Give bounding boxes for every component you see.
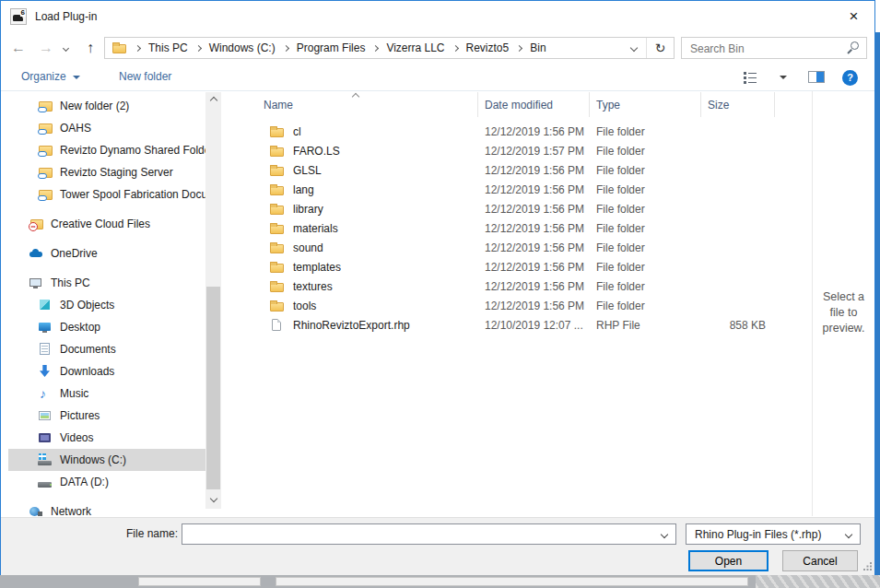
organize-button[interactable]: Organize [21,65,80,89]
folder-icon [269,124,285,139]
cloud-folder-icon [38,99,53,113]
sidebar-item[interactable]: Windows (C:) [8,449,213,471]
sidebar-item[interactable]: Downloads [8,360,213,382]
search-input[interactable] [682,38,849,60]
file-row[interactable]: materials 12/12/2019 1:56 PM File folder [229,218,812,238]
sidebar-item[interactable]: 3D Objects [8,294,213,316]
file-type: File folder [590,145,701,158]
file-date: 12/12/2019 1:56 PM [478,222,590,235]
sidebar-item-label: Revizto Staging Server [60,166,173,179]
sidebar-item-label: New folder (2) [60,100,129,112]
new-folder-button[interactable]: New folder [119,65,171,89]
title-bar[interactable]: Load Plug-in × [1,1,874,31]
breadcrumb-item[interactable]: Program Files [276,41,366,54]
file-row[interactable]: library 12/12/2019 1:56 PM File folder [229,199,812,218]
close-button[interactable]: × [833,1,874,31]
file-row[interactable]: sound 12/12/2019 1:56 PM File folder [229,238,812,257]
scroll-down-icon[interactable] [210,495,217,502]
sidebar-item[interactable]: Desktop [8,316,213,338]
filter-dropdown-icon [845,530,852,537]
breadcrumb-item[interactable]: Revizto5 [445,41,510,54]
column-header[interactable]: Date modified [478,92,590,117]
breadcrumb-item[interactable]: Vizerra LLC [365,41,444,54]
up-button[interactable]: ↑ [80,35,100,61]
forward-button[interactable]: → [36,35,56,61]
sidebar-item-label: Videos [60,431,93,444]
folder-icon [111,41,127,55]
file-row[interactable]: templates 12/12/2019 1:56 PM File folder [229,257,812,276]
address-bar[interactable]: This PC Windows (C:) Program Files Vizer… [104,37,675,59]
sidebar-item-label: Documents [60,343,116,356]
folder-icon [269,260,285,275]
folder-icon [269,279,285,294]
folder-icon [269,299,285,313]
sidebar-item[interactable]: New folder (2) [8,95,213,117]
breadcrumb-separator-icon [516,44,522,51]
column-header[interactable]: Type [590,92,701,117]
file-name-input[interactable] [182,524,662,544]
file-type: RHP File [590,319,701,332]
sidebar-item-label: DATA (D:) [60,476,109,488]
sidebar-scrollbar[interactable] [205,92,221,509]
sidebar-item[interactable]: DATA (D:) [8,471,213,493]
file-row[interactable]: GLSL 12/12/2019 1:56 PM File folder [229,160,812,180]
file-name-dropdown-icon[interactable] [661,530,668,537]
cancel-button[interactable]: Cancel [782,550,858,571]
objects-3d-icon [38,298,53,312]
resize-grip[interactable] [863,562,873,571]
background-window-edge [875,32,880,575]
column-header[interactable]: Size [701,92,775,117]
sidebar-item[interactable]: OneDrive [8,242,213,265]
file-date: 12/12/2019 1:56 PM [478,125,590,138]
file-row[interactable]: lang 12/12/2019 1:56 PM File folder [229,180,812,199]
sidebar-item[interactable]: OAHS [8,117,213,139]
desktop-icon [38,320,53,335]
cloud-folder-icon [38,143,53,158]
file-row[interactable]: cl 12/12/2019 1:56 PM File folder [229,122,812,141]
breadcrumb: This PC Windows (C:) Program Files Vizer… [127,41,631,54]
sidebar-item[interactable]: Creative Cloud Files [8,213,213,235]
folder-icon [269,182,285,197]
file-row[interactable]: tools 12/12/2019 1:56 PM File folder [229,296,812,315]
network-icon [29,504,44,516]
drive-windows-icon [38,453,53,467]
scrollbar-thumb[interactable] [206,287,220,489]
sidebar-item[interactable]: Revizto Staging Server [8,161,213,183]
file-row[interactable]: textures 12/12/2019 1:56 PM File folder [229,276,812,296]
preview-pane-button[interactable] [808,71,825,83]
sidebar-item[interactable]: Network [8,500,213,516]
history-dropdown-icon[interactable] [63,45,69,52]
dialog-body: New folder (2) OAHS Revizto Dynamo Share… [1,91,874,517]
sidebar-item[interactable]: Revizto Dynamo Shared Folder [8,139,213,161]
file-type: File folder [590,241,701,254]
file-date: 12/12/2019 1:56 PM [478,261,590,274]
search-box [681,37,867,59]
view-dropdown-icon[interactable] [780,76,787,79]
breadcrumb-item[interactable]: Bin [509,41,546,54]
help-button[interactable]: ? [842,70,858,86]
sidebar-item[interactable]: This PC [8,272,213,294]
rhino-app-icon [10,8,27,25]
breadcrumb-item[interactable]: This PC [127,41,188,54]
sidebar-item[interactable]: Documents [8,338,213,360]
preview-pane: Select a file to preview. [813,91,874,516]
file-row[interactable]: FARO.LS 12/12/2019 1:57 PM File folder [229,141,812,160]
refresh-button[interactable]: ↻ [646,38,674,58]
breadcrumb-separator-icon [195,44,202,51]
file-type: File folder [590,203,701,216]
search-icon[interactable] [847,41,859,54]
sidebar-item-label: Downloads [60,365,114,378]
sidebar-item[interactable]: Music [8,382,213,405]
file-type-filter[interactable]: Rhino Plug-in Files (*.rhp) [686,523,861,545]
sidebar-item[interactable]: Pictures [8,405,213,427]
back-button[interactable]: ← [8,35,29,61]
breadcrumb-item[interactable]: Windows (C:) [188,41,276,54]
file-row[interactable]: RhinoReviztoExport.rhp 12/10/2019 12:07 … [229,315,812,335]
scroll-up-icon[interactable] [210,97,217,104]
open-button[interactable]: Open [688,550,769,571]
address-dropdown-icon[interactable] [630,44,638,52]
sidebar-item[interactable]: Videos [8,427,213,449]
breadcrumb-separator-icon [283,44,289,51]
change-view-button[interactable] [744,72,757,84]
sidebar-item[interactable]: Tower Spool Fabrication Docum [8,183,213,206]
